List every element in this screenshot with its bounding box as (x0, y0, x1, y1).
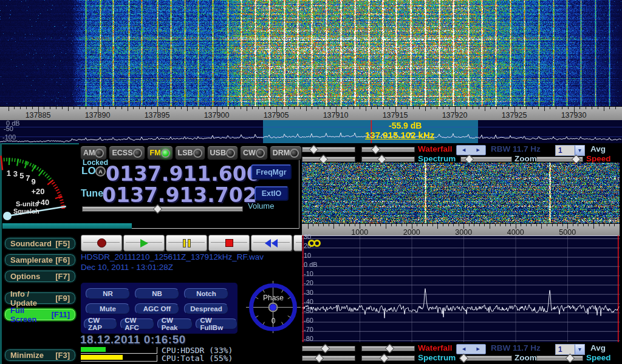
frequency-tick-label: 137900 (204, 111, 230, 120)
slider-track[interactable] (302, 157, 355, 162)
dropdown-arrow-icon[interactable]: ▾ (575, 345, 584, 354)
dropdown-arrow-icon[interactable]: ▾ (575, 146, 584, 155)
audio-frequency-axis[interactable]: 10002000300040005000 (302, 223, 620, 236)
zoom-slider[interactable] (460, 156, 512, 163)
info-update-button[interactable]: Info / Update[F9] (4, 291, 77, 305)
button-label: Options (10, 272, 40, 281)
main-waterfall[interactable] (0, 0, 622, 106)
cursor-frequency-readout: 137.915.102 kHz (365, 130, 434, 140)
tick-mark (568, 107, 569, 109)
spectrum-brightness-slider[interactable] (302, 156, 355, 163)
button-label: Samplerate (10, 255, 53, 265)
agc-off-button[interactable]: AGC Off (135, 303, 179, 314)
cw-fullbw-button[interactable]: CW FullBw (196, 318, 238, 329)
main-frequency-axis[interactable]: 1378851378901378951379001379051379101379… (0, 106, 622, 121)
tick-mark (466, 107, 467, 109)
slider-track[interactable] (361, 157, 415, 162)
slider-track[interactable] (82, 206, 243, 212)
lo-frequency-display[interactable]: 0137.911.600 (106, 162, 261, 186)
soundcard-button[interactable]: Soundcard[F5] (4, 237, 77, 251)
mode-button-fm[interactable]: FM (147, 146, 173, 160)
tick-mark (313, 224, 313, 226)
tick-mark (349, 224, 350, 226)
mute-button[interactable]: Mute (86, 303, 130, 314)
spectrum-contrast-slider[interactable] (361, 156, 415, 163)
db-scale-label: 0 dB (304, 261, 318, 268)
stop-button[interactable] (208, 235, 250, 251)
play-button[interactable] (123, 235, 165, 251)
mode-button-cw[interactable]: CW (240, 146, 268, 160)
cpu-total-text: CPU:Total (55%) (162, 354, 233, 363)
tick-mark (115, 107, 116, 109)
waterfall-brightness-slider[interactable] (302, 345, 355, 352)
cw-peak-button[interactable]: CW Peak (157, 318, 193, 329)
audio-waterfall[interactable] (302, 163, 620, 223)
tick-mark (536, 224, 537, 226)
slider-track[interactable] (536, 356, 583, 361)
mode-button-usb[interactable]: USB (207, 146, 238, 160)
cw-zap-button[interactable]: CW ZAP (84, 318, 117, 329)
pause-button[interactable] (166, 235, 207, 251)
mode-button-ecss[interactable]: ECSS (109, 146, 145, 160)
despread-button[interactable]: Despread (184, 303, 228, 314)
tick-mark (578, 224, 578, 226)
avg-dropdown[interactable]: 1▾ (555, 145, 585, 156)
speed-slider[interactable] (536, 156, 583, 163)
volume-label: Volume (248, 201, 274, 211)
tick-mark (401, 107, 402, 109)
tick-mark (614, 224, 615, 226)
nb-button[interactable]: NB (135, 288, 179, 299)
recording-filename: HDSDR_20111210_125611Z_137912kHz_RF.wav (81, 252, 264, 261)
speed-slider[interactable] (536, 355, 583, 362)
slider-track[interactable] (302, 356, 355, 361)
tick-mark (330, 107, 330, 109)
zoom-slider[interactable] (460, 355, 512, 362)
spectrum-brightness-slider[interactable] (302, 355, 355, 362)
rewind-button[interactable] (251, 235, 292, 251)
loop-icon (308, 240, 320, 247)
spin-left-arrow[interactable]: ◄ (461, 346, 466, 352)
options-button[interactable]: Options[F7] (4, 269, 77, 283)
mode-button-lsb[interactable]: LSB (175, 146, 205, 160)
record-icon (97, 238, 106, 248)
tick-mark (474, 224, 474, 226)
notch-button[interactable]: Notch (184, 288, 228, 299)
spectrum-contrast-slider[interactable] (361, 355, 415, 362)
db-scale-label: -100 (2, 133, 16, 141)
frequency-tick-label: 137895 (145, 111, 170, 120)
spin-left-arrow[interactable]: ◄ (461, 147, 466, 153)
tick-mark (32, 107, 33, 109)
slider-track[interactable] (361, 147, 415, 152)
tick-mark (579, 107, 580, 109)
main-spectrum[interactable] (0, 120, 622, 143)
waterfall-contrast-slider[interactable] (361, 345, 415, 352)
audio-spectrum[interactable] (302, 235, 620, 342)
tick-mark (484, 224, 485, 226)
tick-mark (425, 107, 426, 111)
tick-mark (329, 224, 329, 226)
minimize-button[interactable]: Minimize[F3] (4, 348, 77, 362)
tick-mark (609, 107, 610, 109)
volume-slider[interactable] (82, 206, 243, 212)
tune-frequency-display[interactable]: 0137.913.702 (102, 183, 257, 207)
lock-badge-icon[interactable]: A (95, 166, 106, 177)
spin-right-arrow[interactable]: ► (476, 147, 481, 153)
full-screen-button[interactable]: Full Screen[F11] (4, 308, 77, 322)
record-button[interactable] (81, 235, 122, 251)
nr-button[interactable]: NR (86, 288, 130, 299)
mode-button-drm[interactable]: DRM (270, 146, 302, 160)
waterfall-contrast-slider[interactable] (361, 146, 415, 153)
spin-right-arrow[interactable]: ► (476, 346, 481, 352)
cw-afc-button[interactable]: CW AFC (120, 318, 154, 329)
tick-mark (386, 224, 386, 229)
s-meter[interactable] (0, 144, 79, 223)
transport-bar (81, 235, 335, 251)
samplerate-button[interactable]: Samplerate[F6] (4, 253, 77, 267)
avg-label: Avg (590, 144, 606, 153)
tick-mark (370, 224, 371, 226)
audio-spectrum-db-scale: 3020100 dB-10-20-30-40-50-60-70-80 (302, 233, 338, 342)
extio-button[interactable]: ExtIO (255, 186, 289, 201)
freqmgr-button[interactable]: FreqMgr (251, 164, 292, 180)
frequency-tick-label: 137890 (85, 111, 111, 120)
waterfall-brightness-slider[interactable] (302, 146, 355, 153)
